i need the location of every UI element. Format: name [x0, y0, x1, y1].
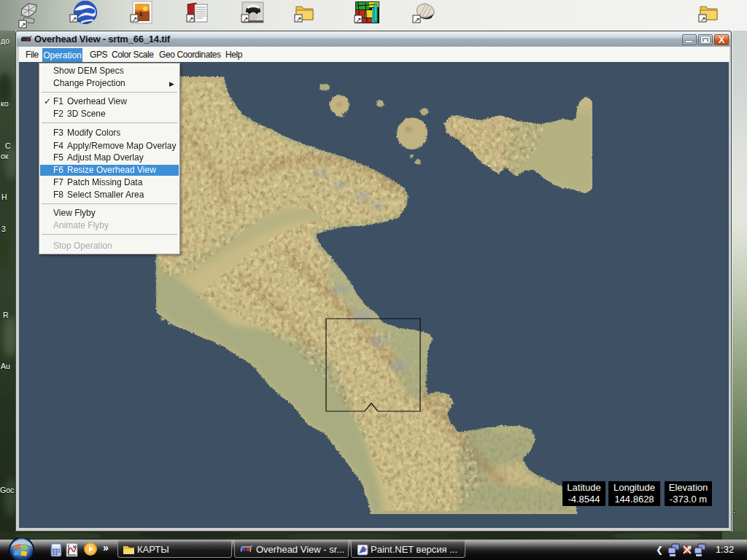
svg-text:↗: ↗	[20, 21, 26, 28]
svg-text:↗: ↗	[71, 15, 77, 23]
svg-text:↗: ↗	[414, 16, 420, 23]
svg-text:↗: ↗	[700, 15, 706, 23]
svg-text:↗: ↗	[188, 15, 194, 23]
svg-text:↗: ↗	[296, 15, 302, 23]
svg-text:↗: ↗	[356, 16, 362, 23]
svg-text:↗: ↗	[132, 15, 138, 23]
svg-text:↗: ↗	[243, 15, 249, 23]
